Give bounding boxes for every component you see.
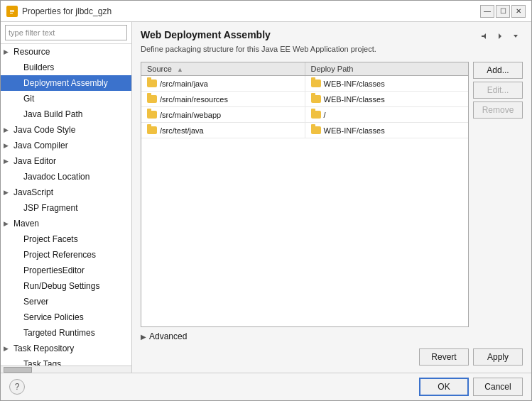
close-button[interactable]: ✕ (511, 5, 526, 18)
folder-icon (311, 111, 321, 119)
panel-description: Define packaging structure for this Java… (141, 45, 477, 53)
properties-window: Properties for jlbdc_gzh — ☐ ✕ ▶Resource… (0, 0, 532, 401)
filter-input[interactable] (5, 25, 127, 40)
nav-forward-icon[interactable] (493, 29, 507, 43)
titlebar-controls: — ☐ ✕ (480, 5, 526, 18)
left-panel: ▶ResourceBuildersDeployment AssemblyGitJ… (1, 22, 132, 373)
panel-title: Web Deployment Assembly (141, 29, 477, 40)
help-button[interactable]: ? (9, 379, 25, 395)
sidebar-item-jsp-fragment[interactable]: JSP Fragment (1, 200, 131, 216)
sidebar-item-javadoc-location[interactable]: Javadoc Location (1, 169, 131, 185)
column-source: Source ▲ (141, 62, 305, 75)
sidebar-item-service-policies[interactable]: Service Policies (1, 309, 131, 325)
svg-marker-7 (514, 35, 518, 38)
remove-button[interactable]: Remove (473, 101, 523, 119)
minimize-button[interactable]: — (480, 5, 494, 18)
source-cell: /src/main/webapp (141, 107, 305, 122)
svg-marker-6 (499, 33, 501, 39)
tree-arrow-icon: ▶ (4, 155, 11, 167)
sidebar-item-label: Java Code Style (13, 123, 75, 136)
sidebar-item-label: JavaScript (13, 186, 53, 199)
folder-icon (311, 95, 321, 103)
table-row[interactable]: /src/main/javaWEB-INF/classes (141, 76, 468, 92)
titlebar-left: Properties for jlbdc_gzh (6, 6, 112, 17)
assembly-table: Source ▲ Deploy Path /src/main/javaWEB-I… (141, 62, 469, 327)
panel-header-left: Web Deployment Assembly Define packaging… (141, 29, 477, 59)
sidebar-item-label: Task Repository (13, 342, 74, 355)
table-row[interactable]: /src/test/javaWEB-INF/classes (141, 123, 468, 138)
panel-nav-icons (477, 29, 523, 43)
sidebar-item-label: Run/Debug Settings (23, 280, 99, 292)
source-cell: /src/main/java (141, 76, 305, 91)
sidebar-item-server[interactable]: Server (1, 294, 131, 309)
sidebar-item-task-repository[interactable]: ▶Task Repository (1, 341, 131, 356)
sidebar-item-label: PropertiesEditor (23, 264, 85, 277)
svg-rect-5 (482, 35, 485, 37)
sidebar-item-project-references[interactable]: Project References (1, 247, 131, 263)
sidebar-item-label: Task Tags (23, 358, 61, 366)
right-panel: Web Deployment Assembly Define packaging… (132, 22, 531, 373)
table-row[interactable]: /src/main/resourcesWEB-INF/classes (141, 92, 468, 107)
sidebar-item-javascript[interactable]: ▶JavaScript (1, 185, 131, 200)
sidebar-item-project-facets[interactable]: Project Facets (1, 231, 131, 247)
add-button[interactable]: Add... (473, 62, 523, 79)
tree-container: ▶ResourceBuildersDeployment AssemblyGitJ… (1, 44, 131, 366)
svg-rect-3 (10, 13, 13, 13)
dialog-buttons: OK Cancel (419, 378, 523, 396)
advanced-label[interactable]: Advanced (149, 331, 187, 341)
apply-button[interactable]: Apply (473, 348, 523, 366)
deploy-path-cell: WEB-INF/classes (305, 92, 469, 106)
sidebar-item-label: Java Compiler (13, 139, 68, 152)
folder-icon (147, 79, 157, 87)
sidebar-item-label: Resource (13, 45, 50, 58)
source-cell: /src/test/java (141, 123, 305, 138)
sidebar-item-label: Javadoc Location (23, 170, 89, 183)
sidebar-item-label: Builders (23, 61, 54, 74)
folder-icon (147, 126, 157, 134)
table-section: Source ▲ Deploy Path /src/main/javaWEB-I… (141, 62, 523, 327)
sidebar-item-java-build-path[interactable]: Java Build Path (1, 106, 131, 122)
maximize-button[interactable]: ☐ (496, 5, 510, 18)
sidebar-item-targeted-runtimes[interactable]: Targeted Runtimes (1, 325, 131, 341)
window-icon (6, 6, 18, 17)
sidebar-item-deployment-assembly[interactable]: Deployment Assembly (1, 75, 131, 91)
source-cell: /src/main/resources (141, 92, 305, 106)
sidebar-item-resource[interactable]: ▶Resource (1, 44, 131, 60)
sidebar-item-label: JSP Fragment (23, 202, 77, 214)
tree-arrow-icon: ▶ (4, 186, 11, 199)
nav-dropdown-icon[interactable] (509, 29, 523, 43)
panel-header: Web Deployment Assembly Define packaging… (141, 29, 523, 59)
deploy-path-cell: / (305, 107, 469, 122)
sidebar-item-label: Git (23, 92, 34, 105)
sidebar-item-builders[interactable]: Builders (1, 60, 131, 75)
scrollbar-thumb[interactable] (4, 367, 32, 373)
folder-icon (147, 111, 157, 119)
cancel-button[interactable]: Cancel (473, 378, 523, 396)
nav-back-icon[interactable] (477, 29, 492, 43)
sidebar-item-propertieseditor[interactable]: PropertiesEditor (1, 263, 131, 278)
advanced-section: ▶ Advanced (141, 331, 523, 341)
column-deploy-path: Deploy Path (305, 62, 469, 75)
titlebar-title: Properties for jlbdc_gzh (22, 6, 112, 16)
table-row[interactable]: /src/main/webapp/ (141, 107, 468, 123)
horizontal-scrollbar[interactable] (1, 366, 131, 373)
revert-button[interactable]: Revert (419, 348, 469, 366)
ok-button[interactable]: OK (419, 378, 469, 396)
sidebar-item-java-editor[interactable]: ▶Java Editor (1, 153, 131, 169)
sidebar-item-java-code-style[interactable]: ▶Java Code Style (1, 122, 131, 138)
svg-rect-2 (10, 11, 14, 12)
sidebar-item-run-debug-settings[interactable]: Run/Debug Settings (1, 278, 131, 294)
tree-arrow-icon: ▶ (4, 342, 11, 355)
deploy-path-cell: WEB-INF/classes (305, 123, 469, 138)
advanced-toggle-icon[interactable]: ▶ (141, 333, 146, 341)
edit-button[interactable]: Edit... (473, 82, 523, 99)
sidebar-item-maven[interactable]: ▶Maven (1, 216, 131, 231)
sidebar-item-label: Targeted Runtimes (23, 326, 95, 339)
sidebar-item-git[interactable]: Git (1, 91, 131, 106)
sidebar-item-task-tags[interactable]: Task Tags (1, 356, 131, 366)
filter-box (1, 22, 131, 44)
content-area: ▶ResourceBuildersDeployment AssemblyGitJ… (1, 22, 531, 373)
tree-arrow-icon: ▶ (4, 139, 11, 152)
svg-rect-1 (10, 10, 14, 11)
sidebar-item-java-compiler[interactable]: ▶Java Compiler (1, 138, 131, 153)
